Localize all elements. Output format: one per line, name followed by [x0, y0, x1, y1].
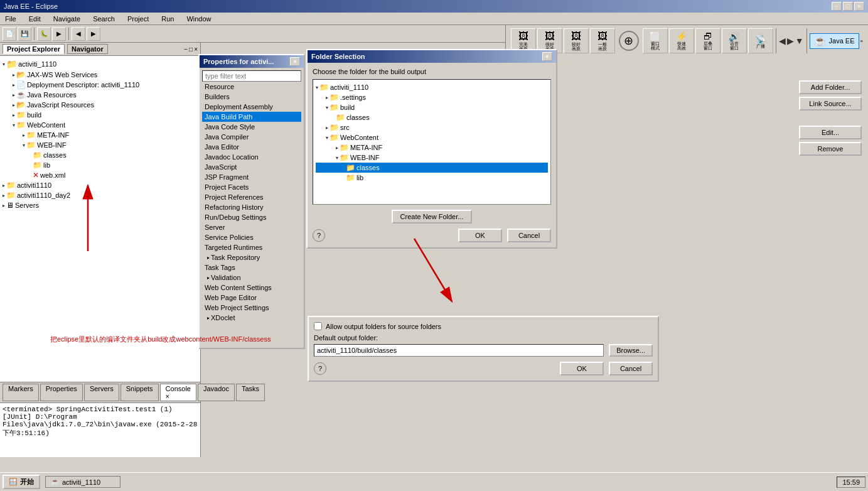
minimize-button[interactable]: −: [832, 2, 842, 11]
prop-task-repository[interactable]: ▸ Task Repository: [202, 252, 301, 262]
prop-task-tags[interactable]: Task Tags: [202, 262, 301, 272]
build-ok-btn[interactable]: OK: [560, 362, 604, 375]
folder-tree-activiti[interactable]: ▾ 📁 activiti_1110: [316, 82, 548, 92]
prop-javascript[interactable]: JavaScript: [202, 162, 301, 172]
menu-search[interactable]: Search: [90, 14, 117, 23]
prop-builders[interactable]: Builders: [202, 92, 301, 102]
menu-file[interactable]: File: [3, 14, 19, 23]
prop-deployment[interactable]: Deployment Assembly: [202, 102, 301, 112]
prop-resource[interactable]: Resource: [202, 82, 301, 92]
tab-tasks[interactable]: Tasks: [236, 384, 265, 401]
prop-java-compiler[interactable]: Java Compiler: [202, 132, 301, 142]
prop-javadoc[interactable]: Javadoc Location: [202, 152, 301, 162]
menu-navigate[interactable]: Navigate: [51, 14, 83, 23]
new-button[interactable]: 📄: [3, 27, 16, 41]
tree-item-webcontent[interactable]: ▾ 📁 WebContent: [0, 120, 200, 130]
panel-maximize-icon[interactable]: □: [189, 46, 193, 53]
prop-web-project[interactable]: Web Project Settings: [202, 303, 301, 313]
tree-item-activiti_1110[interactable]: ▾ 📁 activiti_1110: [0, 58, 200, 70]
prop-run-debug[interactable]: Run/Debug Settings: [202, 212, 301, 222]
prop-java-build-path[interactable]: Java Build Path: [202, 112, 301, 122]
run-button[interactable]: ▶: [52, 27, 66, 41]
link-source-btn[interactable]: Link Source...: [799, 97, 862, 111]
folder-ok-btn[interactable]: OK: [458, 229, 502, 242]
panel-close-icon[interactable]: ×: [194, 46, 198, 53]
tree-item-web-inf[interactable]: ▾ 📁 WEB-INF: [0, 140, 200, 150]
menu-window[interactable]: Window: [184, 14, 213, 23]
edit-btn[interactable]: Edit...: [799, 126, 862, 139]
tree-item-lib[interactable]: 📁 lib: [0, 160, 200, 170]
tree-item-deployment[interactable]: ▸ 📄 Deployment Descriptor: activiti_1110: [0, 80, 200, 90]
properties-filter-input[interactable]: [202, 70, 301, 82]
folder-help-icon[interactable]: ?: [313, 229, 325, 242]
prop-validation[interactable]: ▸ Validation: [202, 272, 301, 283]
folder-tree-web-inf-classes[interactable]: 📁 classes: [316, 163, 548, 173]
build-help-icon[interactable]: ?: [314, 362, 326, 375]
prop-java-code-style[interactable]: Java Code Style: [202, 122, 301, 132]
folder-tree-build-classes[interactable]: 📁 classes: [316, 112, 548, 122]
tree-item-jax-ws[interactable]: ▸ 📂 JAX-WS Web Services: [0, 70, 200, 80]
menu-edit[interactable]: Edit: [26, 14, 43, 23]
prop-service-policies[interactable]: Service Policies: [202, 232, 301, 242]
folder-tree-meta-inf[interactable]: ▸ 📁 META-INF: [316, 143, 548, 153]
tab-properties[interactable]: Properties: [40, 384, 83, 401]
tree-item-build[interactable]: ▸ 📁 build: [0, 110, 200, 120]
build-cancel-btn[interactable]: Cancel: [609, 362, 653, 375]
menu-run[interactable]: Run: [159, 14, 176, 23]
prop-web-content[interactable]: Web Content Settings: [202, 283, 301, 293]
expand-icon[interactable]: ▾: [3, 62, 5, 67]
tab-console[interactable]: Console ×: [160, 384, 196, 401]
folder-tree-webcontent[interactable]: ▾ 📁 WebContent: [316, 132, 548, 143]
panel-minimize-icon[interactable]: −: [184, 46, 188, 53]
tree-item-activiti1110-day2[interactable]: ▸ 📁 activiti1110_day2: [0, 190, 200, 200]
prop-project-facets[interactable]: Project Facets: [202, 182, 301, 192]
folder-dialog-close-btn[interactable]: ×: [542, 52, 552, 61]
browse-btn[interactable]: Browse...: [609, 344, 653, 357]
tab-servers[interactable]: Servers: [84, 384, 119, 401]
tab-project-explorer[interactable]: Project Explorer: [3, 44, 65, 54]
validation-expand-icon[interactable]: ▸: [207, 275, 210, 281]
allow-output-checkbox[interactable]: [314, 322, 322, 330]
prop-web-page-editor[interactable]: Web Page Editor: [202, 293, 301, 303]
prop-jsp-fragment[interactable]: JSP Fragment: [202, 172, 301, 182]
folder-tree-build[interactable]: ▾ 📁 build: [316, 102, 548, 112]
folder-cancel-btn[interactable]: Cancel: [507, 229, 551, 242]
task-repo-expand-icon[interactable]: ▸: [207, 255, 210, 261]
properties-close-btn[interactable]: ×: [290, 57, 300, 66]
prop-project-references[interactable]: Project References: [202, 192, 301, 202]
forward-button[interactable]: ▶: [87, 27, 100, 41]
tree-item-java-resources[interactable]: ▸ ☕ Java Resources: [0, 90, 200, 100]
output-folder-input[interactable]: [314, 344, 604, 357]
save-button[interactable]: 💾: [18, 27, 31, 41]
prop-server[interactable]: Server: [202, 222, 301, 232]
close-button[interactable]: ×: [854, 2, 864, 11]
prop-java-editor[interactable]: Java Editor: [202, 142, 301, 152]
maximize-button[interactable]: □: [843, 2, 853, 11]
tree-item-activiti1110[interactable]: ▸ 📁 activiti1110: [0, 180, 200, 190]
folder-tree-settings[interactable]: ▸ 📁 .settings: [316, 92, 548, 102]
menu-project[interactable]: Project: [125, 14, 151, 23]
tab-navigator[interactable]: Navigator: [67, 44, 108, 54]
start-button[interactable]: 🪟 开始: [3, 475, 40, 489]
folder-tree-src[interactable]: ▸ 📁 src: [316, 122, 548, 132]
create-new-folder-btn[interactable]: Create New Folder...: [392, 210, 473, 224]
debug-button[interactable]: 🐛: [37, 27, 51, 41]
tree-item-webxml[interactable]: ✕ web.xml: [0, 170, 200, 180]
taskbar-item-activiti[interactable]: ☕ activiti_1110: [45, 476, 121, 488]
tab-javadoc[interactable]: Javadoc: [198, 384, 235, 401]
prop-xdoclet[interactable]: ▸ XDoclet: [202, 313, 301, 323]
tab-snippets[interactable]: Snippets: [121, 384, 159, 401]
xdoclet-expand-icon[interactable]: ▸: [207, 315, 210, 321]
add-folder-btn[interactable]: Add Folder...: [799, 80, 862, 94]
tree-item-meta-inf[interactable]: ▸ 📁 META-INF: [0, 130, 200, 140]
prop-refactoring[interactable]: Refactoring History: [202, 202, 301, 212]
folder-tree-lib[interactable]: 📁 lib: [316, 173, 548, 183]
tree-item-servers[interactable]: ▸ 🖥 Servers: [0, 200, 200, 210]
folder-tree-web-inf[interactable]: ▾ 📁 WEB-INF: [316, 153, 548, 163]
prop-targeted-runtimes[interactable]: Targeted Runtimes: [202, 242, 301, 252]
tree-item-classes[interactable]: 📁 classes: [0, 150, 200, 160]
tab-markers[interactable]: Markers: [3, 384, 39, 401]
tree-item-js-resources[interactable]: ▸ 📂 JavaScript Resources: [0, 100, 200, 110]
back-button[interactable]: ◀: [72, 27, 85, 41]
remove-btn[interactable]: Remove: [799, 142, 862, 156]
